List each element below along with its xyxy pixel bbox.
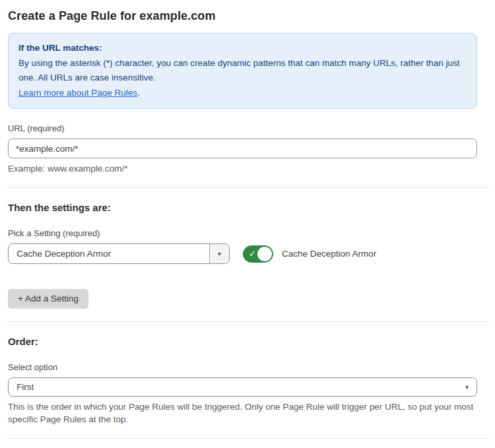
create-page-rule-panel: Create a Page Rule for example.com If th… <box>0 0 495 448</box>
add-setting-button[interactable]: + Add a Setting <box>8 289 88 309</box>
check-icon: ✓ <box>249 249 256 258</box>
setting-select-value: Cache Deception Armor <box>9 249 111 259</box>
info-box-link-line: Learn more about Page Rules. <box>18 86 467 100</box>
order-select[interactable]: First ▾ <box>8 377 477 397</box>
page-title: Create a Page Rule for example.com <box>8 8 477 24</box>
order-helper-text: This is the order in which your Page Rul… <box>8 400 477 426</box>
setting-toggle-label: Cache Deception Armor <box>282 249 376 259</box>
link-suffix-period: . <box>137 88 140 98</box>
url-input[interactable] <box>8 139 477 158</box>
toggle-knob <box>257 247 272 261</box>
setting-select[interactable]: Cache Deception Armor ▾ <box>8 243 230 264</box>
settings-section-heading: Then the settings are: <box>8 202 477 214</box>
url-example-helper: Example: www.example.com/* <box>8 163 477 175</box>
info-box-body: By using the asterisk (*) character, you… <box>18 56 467 85</box>
section-divider <box>7 438 489 439</box>
order-select-label: Select option <box>8 362 477 372</box>
section-divider <box>7 321 489 322</box>
setting-select-arrow-button[interactable]: ▾ <box>209 244 229 263</box>
order-section-heading: Order: <box>8 336 477 348</box>
setting-row: Cache Deception Armor ▾ ✓ Cache Deceptio… <box>8 243 477 264</box>
url-match-info-box: If the URL matches: By using the asteris… <box>8 33 477 109</box>
chevron-down-icon: ▾ <box>218 251 221 257</box>
order-select-value: First <box>9 382 34 392</box>
learn-more-link[interactable]: Learn more about Page Rules <box>18 88 137 98</box>
section-divider <box>7 187 489 188</box>
setting-toggle[interactable]: ✓ <box>243 245 273 263</box>
url-label: URL (required) <box>8 123 477 133</box>
info-box-heading: If the URL matches: <box>18 41 467 55</box>
chevron-down-icon: ▾ <box>465 384 469 391</box>
pick-setting-label: Pick a Setting (required) <box>8 228 477 238</box>
